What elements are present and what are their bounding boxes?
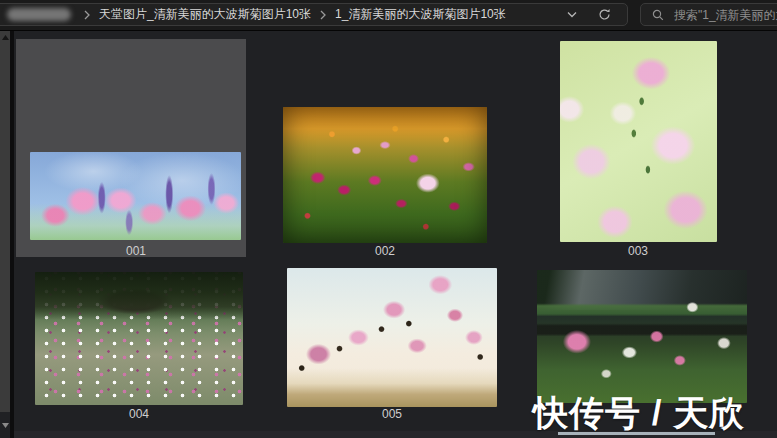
thumbnail-005[interactable]: [287, 268, 497, 407]
item-label: 001: [91, 244, 181, 258]
vertical-scrollbar-thumb[interactable]: [0, 31, 10, 412]
chevron-right-icon: [315, 10, 331, 20]
item-label: 004: [94, 407, 184, 421]
breadcrumb-redacted[interactable]: [7, 8, 71, 21]
search-box[interactable]: [640, 3, 777, 26]
chevron-right-icon: [79, 10, 95, 20]
refresh-icon[interactable]: [595, 6, 613, 24]
thumbnail-002[interactable]: [283, 107, 487, 243]
thumbnail-001[interactable]: [30, 152, 241, 240]
thumbnail-003[interactable]: [560, 41, 717, 242]
chevron-down-icon[interactable]: [563, 6, 581, 24]
search-icon: [652, 9, 664, 21]
scroll-up-icon[interactable]: [0, 31, 10, 43]
watermark-underline: [558, 432, 715, 435]
item-label: 005: [347, 407, 437, 421]
address-bar[interactable]: 天堂图片_清新美丽的大波斯菊图片10张 1_清新美丽的大波斯菊图片10张: [0, 3, 628, 26]
thumbnail-004[interactable]: [35, 272, 243, 405]
search-input[interactable]: [672, 7, 777, 23]
breadcrumb-parent-folder[interactable]: 天堂图片_清新美丽的大波斯菊图片10张: [95, 4, 315, 25]
watermark-text: 快传号 / 天欣: [533, 390, 745, 437]
scroll-down-icon[interactable]: [0, 418, 10, 432]
thumbnail-006[interactable]: [537, 270, 747, 403]
pane-divider: [10, 31, 14, 438]
item-label: 002: [340, 244, 430, 258]
breadcrumb-current-folder[interactable]: 1_清新美丽的大波斯菊图片10张: [331, 4, 510, 25]
item-label: 003: [593, 244, 683, 258]
explorer-toolbar: 天堂图片_清新美丽的大波斯菊图片10张 1_清新美丽的大波斯菊图片10张: [0, 0, 777, 31]
